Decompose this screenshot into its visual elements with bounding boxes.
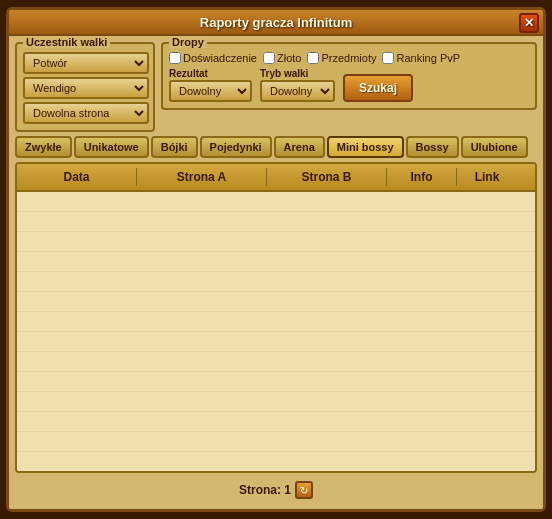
- tab-bossy[interactable]: Bossy: [406, 136, 459, 158]
- tryb-walki-subgroup: Tryb walki Dowolny Zwykła Arena PvP: [260, 68, 335, 102]
- tab-ulubione[interactable]: Ulubione: [461, 136, 528, 158]
- col-strona-a: Strona A: [137, 168, 267, 186]
- szukaj-button[interactable]: Szukaj: [343, 74, 413, 102]
- col-strona-b: Strona B: [267, 168, 387, 186]
- checkbox-zloto[interactable]: Złoto: [263, 52, 301, 64]
- result-tryb-search: Rezultat Dowolny Wygrana Przegrana Remis…: [169, 68, 529, 102]
- cb-doswiadczenie[interactable]: [169, 52, 181, 64]
- close-button[interactable]: ✕: [519, 13, 539, 33]
- cb-ranking[interactable]: [382, 52, 394, 64]
- footer-bar: Strona: 1 ↻: [15, 477, 537, 503]
- cb-przedmioty[interactable]: [307, 52, 319, 64]
- rezultat-subgroup: Rezultat Dowolny Wygrana Przegrana Remis: [169, 68, 252, 102]
- col-data: Data: [17, 168, 137, 186]
- page-label: Strona: 1: [239, 483, 291, 497]
- checkbox-przedmioty[interactable]: Przedmioty: [307, 52, 376, 64]
- col-info: Info: [387, 168, 457, 186]
- title-bar: Raporty gracza Infinitum ✕: [9, 10, 543, 36]
- tab-zwykle[interactable]: Zwykłe: [15, 136, 72, 158]
- uczestnik-walki-label: Uczestnik walki: [23, 36, 110, 48]
- tabs-row: Zwykłe Unikatowe Bójki Pojedynki Arena M…: [15, 136, 537, 158]
- tryb-walki-label: Tryb walki: [260, 68, 335, 79]
- dropy-group: Dropy Doświadczenie Złoto Pr: [161, 42, 537, 110]
- dropy-label: Dropy: [169, 36, 207, 48]
- refresh-button[interactable]: ↻: [295, 481, 313, 499]
- main-window: Raporty gracza Infinitum ✕ Uczestnik wal…: [6, 7, 546, 512]
- tab-pojedynki[interactable]: Pojedynki: [200, 136, 272, 158]
- table-area: Data Strona A Strona B Info Link: [15, 162, 537, 473]
- uczestnik-walki-group: Uczestnik walki Potwór Gracz Wendigo Dow…: [15, 42, 155, 132]
- dropy-checkboxes: Doświadczenie Złoto Przedmioty Rank: [169, 52, 529, 64]
- rezultat-select[interactable]: Dowolny Wygrana Przegrana Remis: [169, 80, 252, 102]
- table-body: [17, 192, 535, 471]
- tab-mini-bossy[interactable]: Mini bossy: [327, 136, 404, 158]
- uczestnik-name-select[interactable]: Wendigo: [23, 77, 149, 99]
- tab-arena[interactable]: Arena: [274, 136, 325, 158]
- top-row: Uczestnik walki Potwór Gracz Wendigo Dow…: [15, 42, 537, 132]
- checkbox-ranking[interactable]: Ranking PvP: [382, 52, 460, 64]
- table-header: Data Strona A Strona B Info Link: [17, 164, 535, 192]
- checkbox-doswiadczenie[interactable]: Doświadczenie: [169, 52, 257, 64]
- rezultat-label: Rezultat: [169, 68, 252, 79]
- uczestnik-side-select[interactable]: Dowolna strona Strona A Strona B: [23, 102, 149, 124]
- uczestnik-type-select[interactable]: Potwór Gracz: [23, 52, 149, 74]
- cb-zloto[interactable]: [263, 52, 275, 64]
- tab-bojki[interactable]: Bójki: [151, 136, 198, 158]
- col-link: Link: [457, 168, 517, 186]
- tab-unikatowe[interactable]: Unikatowe: [74, 136, 149, 158]
- window-title: Raporty gracza Infinitum: [200, 15, 352, 30]
- content-area: Uczestnik walki Potwór Gracz Wendigo Dow…: [9, 36, 543, 509]
- tryb-walki-select[interactable]: Dowolny Zwykła Arena PvP: [260, 80, 335, 102]
